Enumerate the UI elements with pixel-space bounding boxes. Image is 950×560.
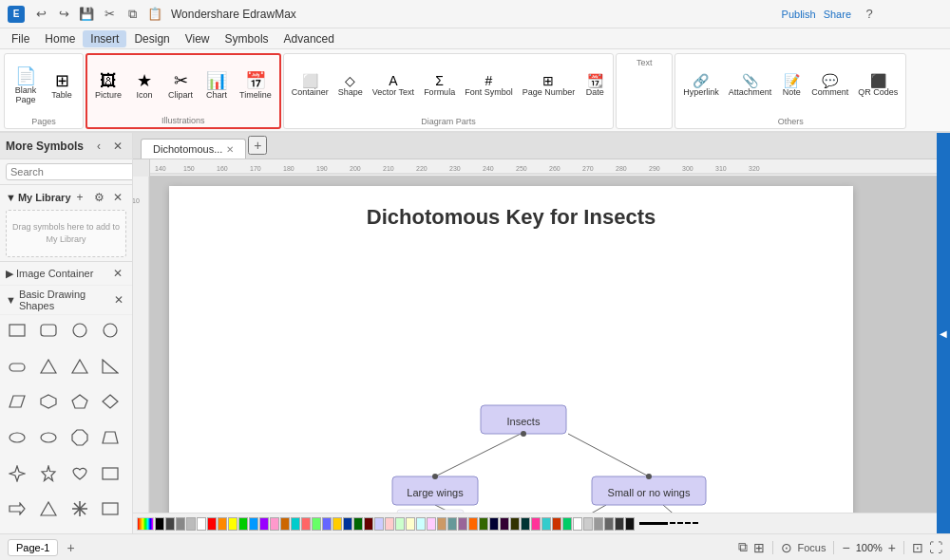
shape-heart[interactable]	[68, 462, 91, 485]
library-settings-button[interactable]: ⚙	[90, 189, 107, 206]
zoom-out-button[interactable]: −	[842, 540, 849, 555]
color-swatch-darkgreen[interactable]	[353, 517, 363, 531]
redo-button[interactable]: ↪	[53, 4, 74, 25]
color-swatch-forest[interactable]	[479, 517, 488, 531]
color-swatch-ice[interactable]	[416, 517, 426, 531]
undo-button[interactable]: ↩	[30, 4, 51, 25]
zoom-in-button[interactable]: +	[888, 540, 896, 555]
color-swatch-dimgray[interactable]	[604, 517, 614, 531]
color-swatch-olive[interactable]	[510, 517, 520, 531]
color-swatch-brick[interactable]	[552, 517, 561, 531]
attachment-button[interactable]: 📎 Attachment	[725, 72, 776, 99]
note-button[interactable]: 📝 Note	[777, 72, 806, 99]
shape-oval[interactable]	[6, 426, 28, 449]
shape-rect-round[interactable]	[37, 319, 60, 342]
menu-view[interactable]: View	[178, 30, 218, 47]
help-button[interactable]: ?	[859, 4, 880, 25]
fit-page-button[interactable]: ⊡	[912, 540, 923, 555]
fullscreen-button[interactable]: ⛶	[929, 540, 942, 555]
container-button[interactable]: ⬜ Container	[288, 72, 332, 99]
page-number-button[interactable]: ⊞ Page Number	[519, 72, 580, 99]
hyperlink-button[interactable]: 🔗 Hyperlink	[679, 72, 723, 99]
color-swatch-white2[interactable]	[573, 517, 582, 531]
color-swatch-aqua[interactable]	[542, 517, 551, 531]
color-swatch-navy[interactable]	[489, 517, 499, 531]
color-swatch-orange[interactable]	[218, 517, 227, 531]
color-swatch-lightgray[interactable]	[186, 517, 196, 531]
formula-button[interactable]: Σ Formula	[420, 72, 459, 99]
panel-collapse-button[interactable]: ‹	[90, 138, 107, 155]
basic-shapes-section[interactable]: ▼ Basic Drawing Shapes ✕	[0, 286, 132, 315]
color-swatch-red[interactable]	[207, 517, 217, 531]
menu-advanced[interactable]: Advanced	[276, 30, 342, 47]
color-swatch-maroon[interactable]	[500, 517, 509, 531]
color-swatch-hotpink[interactable]	[531, 517, 541, 531]
color-swatch-lightgreen[interactable]	[312, 517, 321, 531]
color-swatch-blue[interactable]	[249, 517, 258, 531]
color-swatch-almostblack[interactable]	[625, 517, 635, 531]
grid-icon[interactable]: ⊞	[753, 540, 765, 555]
shape-star-4[interactable]	[6, 462, 28, 485]
shape-triangle-right[interactable]	[68, 355, 91, 378]
shape-button[interactable]: ◇ Shape	[334, 72, 367, 99]
color-swatch-lightred[interactable]	[301, 517, 311, 531]
basic-shapes-close-button[interactable]: ✕	[111, 291, 126, 308]
canvas-tab-1[interactable]: Dichotomous... ✕	[141, 139, 246, 159]
line-dashed[interactable]	[670, 522, 698, 525]
search-input[interactable]	[6, 163, 133, 180]
menu-design[interactable]: Design	[126, 30, 177, 47]
shape-rect-3[interactable]	[99, 462, 122, 485]
color-swatch-black[interactable]	[155, 517, 164, 531]
share-button[interactable]: Share	[824, 9, 851, 20]
color-swatch-brown[interactable]	[280, 517, 290, 531]
color-swatch-white[interactable]	[197, 517, 206, 531]
font-symbol-button[interactable]: # Font Symbol	[461, 72, 517, 99]
layers-icon[interactable]: ⧉	[738, 539, 748, 555]
library-add-button[interactable]: +	[71, 189, 88, 206]
shape-arrow-right[interactable]	[6, 497, 28, 520]
picture-button[interactable]: 🖼 Picture	[91, 70, 125, 102]
line-solid[interactable]	[639, 522, 668, 525]
icon-button[interactable]: ★ Icon	[127, 70, 162, 102]
canvas-tab-close-icon[interactable]: ✕	[226, 144, 234, 155]
color-swatch-yellow[interactable]	[228, 517, 238, 531]
shape-rounded-rect[interactable]	[6, 355, 28, 378]
shape-circle-2[interactable]	[99, 319, 122, 342]
timeline-button[interactable]: 📅 Timeline	[236, 70, 276, 102]
color-swatch-darkgray[interactable]	[165, 517, 175, 531]
color-swatch-emerald[interactable]	[562, 517, 572, 531]
color-swatch-slate[interactable]	[447, 517, 457, 531]
page-tab-1[interactable]: Page-1	[8, 539, 58, 556]
color-swatch-teal[interactable]	[291, 517, 300, 531]
shape-trapezoid[interactable]	[99, 426, 122, 449]
shape-triangle-3[interactable]	[37, 497, 60, 520]
shape-parallelogram[interactable]	[6, 390, 28, 413]
clipart-button[interactable]: ✂ Clipart	[163, 70, 198, 102]
menu-symbols[interactable]: Symbols	[218, 30, 276, 47]
image-container-close-button[interactable]: ✕	[109, 265, 126, 282]
color-swatch-nearblack[interactable]	[615, 517, 624, 531]
paste-button[interactable]: 📋	[144, 4, 165, 25]
menu-home[interactable]: Home	[37, 30, 83, 47]
color-swatch-pink[interactable]	[270, 517, 279, 531]
image-container-section[interactable]: ▶ Image Container ✕	[0, 262, 132, 286]
color-swatch-gold[interactable]	[332, 517, 342, 531]
color-swatch-lavender[interactable]	[374, 517, 384, 531]
color-swatch-green[interactable]	[238, 517, 248, 531]
panel-close-button[interactable]: ✕	[109, 138, 126, 155]
blank-page-button[interactable]: 📄 BlankPage	[9, 65, 43, 106]
shape-octagon[interactable]	[68, 426, 91, 449]
menu-file[interactable]: File	[4, 30, 37, 47]
date-button[interactable]: 📆 Date	[580, 72, 609, 99]
add-page-button[interactable]: +	[62, 539, 79, 556]
shape-star-5[interactable]	[37, 462, 60, 485]
library-close-button[interactable]: ✕	[109, 189, 126, 206]
shape-pentagon[interactable]	[68, 390, 91, 413]
shape-triangle[interactable]	[37, 355, 60, 378]
color-swatch-mint[interactable]	[395, 517, 405, 531]
shape-diamond[interactable]	[99, 390, 122, 413]
gradient-swatch[interactable]	[137, 517, 154, 531]
add-tab-button[interactable]: +	[248, 136, 267, 155]
cut-button[interactable]: ✂	[99, 4, 120, 25]
color-swatch-darkteal[interactable]	[521, 517, 530, 531]
